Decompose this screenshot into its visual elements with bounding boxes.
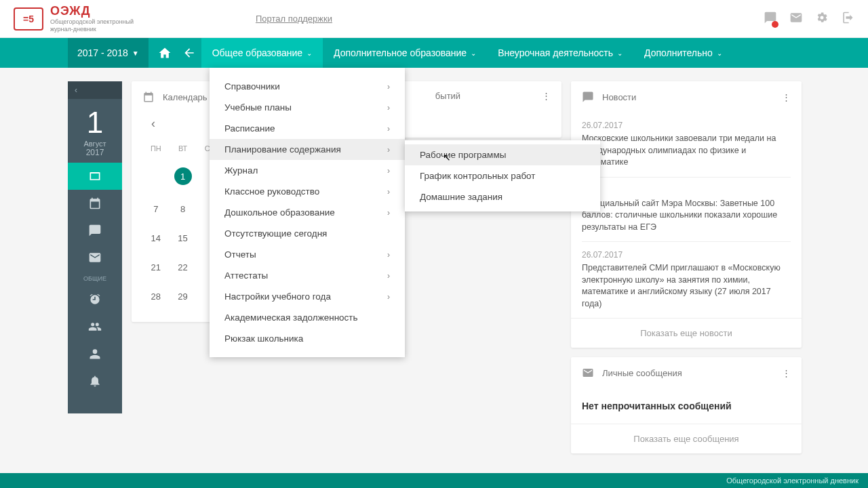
messages-card: Личные сообщения ⋮ Нет непрочитанных соо… [571,357,802,453]
chevron-right-icon: › [387,187,390,197]
menu-item[interactable]: Журнал› [210,160,405,181]
cal-day[interactable]: 29 [170,282,197,311]
footer: Общегородской электронный дневник [0,473,868,488]
messages-menu-icon[interactable]: ⋮ [782,368,791,378]
chevron-down-icon: ▼ [132,49,139,57]
sidebar-item-people[interactable] [68,340,122,367]
sidebar-item-journal[interactable] [68,163,122,190]
chevron-down-icon: ⌄ [617,49,623,57]
news-item[interactable]: 26.07.2017Московские школьники завоевали… [582,113,791,177]
menu-item[interactable]: Отсутствующие сегодня [210,223,405,244]
logo[interactable]: ОЭЖД Общегородской электронный журнал-дн… [14,4,134,33]
submenu-item[interactable]: График контрольных работ [405,165,600,186]
cal-day[interactable]: 28 [142,282,170,311]
menu-item[interactable]: Академическая задолженность [210,307,405,328]
calendar-title: Календарь [163,92,208,102]
main-nav: 2017 - 2018▼ Общее образование⌄ Дополнит… [0,38,868,68]
chevron-right-icon: › [387,208,390,218]
sidebar-section-label: ОБЩИЕ [83,275,106,282]
nav-additional[interactable]: Дополнительно⌄ [633,38,733,68]
sidebar-item-calendar[interactable] [68,190,122,217]
sidebar-item-chat[interactable] [68,217,122,244]
sidebar-item-group[interactable] [68,313,122,340]
sidebar-collapse[interactable]: ‹ [68,81,122,99]
menu-item[interactable]: Учебные планы› [210,97,405,118]
chevron-down-icon: ⌄ [471,49,476,57]
settings-icon[interactable] [815,11,829,26]
logo-icon [14,7,43,30]
cal-day[interactable]: 21 [142,253,170,282]
news-item[interactable]: 26.07.2017Представителей СМИ приглашают … [582,241,791,318]
brand-sub1: Общегородской электронный [50,18,134,26]
cal-day [142,158,170,195]
cal-day[interactable]: 15 [170,224,197,253]
menu-item[interactable]: Дошкольное образование› [210,202,405,223]
messages-empty: Нет непрочитанных сообщений [571,388,802,424]
sidebar-item-mail[interactable] [68,244,122,271]
menu-item[interactable]: Отчеты› [210,244,405,265]
chevron-right-icon: › [387,145,390,155]
chevron-down-icon: ⌄ [717,49,722,57]
chevron-right-icon: › [387,124,390,134]
menu-item[interactable]: Справочники› [210,76,405,97]
sidebar-date: 1 Август 2017 [83,99,106,163]
cal-day[interactable]: 22 [170,253,197,282]
news-icon [582,91,594,103]
chevron-right-icon: › [387,103,390,113]
menu-item[interactable]: Настройки учебного года› [210,286,405,307]
menu-item[interactable]: Аттестаты› [210,265,405,286]
chevron-down-icon: ⌄ [307,49,312,57]
cal-dow: ПН [142,139,170,158]
submenu-item[interactable]: Домашние задания [405,186,600,207]
messages-title: Личные сообщения [602,368,682,378]
submenu-item[interactable]: Рабочие программы [405,144,600,165]
notifications-icon[interactable] [764,11,777,26]
dropdown-menu-main: Справочники›Учебные планы›Расписание›Пла… [210,68,405,357]
support-link[interactable]: Портал поддержки [256,14,332,24]
dropdown-submenu: Рабочие программыГрафик контрольных рабо… [405,140,600,211]
logout-icon[interactable] [841,11,854,26]
cal-prev[interactable]: ‹ [145,117,161,131]
calendar-icon [142,91,155,103]
cal-dow: ВТ [170,139,197,158]
mail-icon [582,367,594,379]
brand-title: ОЭЖД [50,4,134,18]
chevron-right-icon: › [387,250,390,260]
nav-general-education[interactable]: Общее образование⌄ [201,38,323,68]
messages-show-more[interactable]: Показать еще сообщения [571,424,802,453]
cal-day[interactable]: 8 [170,195,197,224]
chevron-right-icon: › [387,166,390,176]
chevron-right-icon: › [387,271,390,281]
news-menu-icon[interactable]: ⋮ [782,92,791,102]
cal-day[interactable]: 7 [142,195,170,224]
chevron-right-icon: › [387,82,390,92]
back-icon[interactable] [177,38,201,68]
nav-additional-education[interactable]: Дополнительное образование⌄ [323,38,487,68]
brand-sub2: журнал-дневник [50,26,134,33]
cal-day[interactable]: 14 [142,224,170,253]
news-show-more[interactable]: Показать еще новости [571,318,802,348]
cal-day[interactable]: 1 [170,158,197,195]
menu-item[interactable]: Расписание› [210,118,405,139]
home-icon[interactable] [153,38,177,68]
menu-item[interactable]: Планирование содержания› [210,139,405,160]
year-selector[interactable]: 2017 - 2018▼ [68,38,149,68]
news-card: Новости ⋮ 26.07.2017Московские школьники… [571,81,802,348]
nav-extracurricular[interactable]: Внеурочная деятельность⌄ [487,38,633,68]
sidebar-item-bell[interactable] [68,367,122,394]
events-menu-icon[interactable]: ⋮ [542,91,551,101]
menu-item[interactable]: Рюкзак школьника [210,328,405,349]
mail-icon[interactable] [789,11,803,26]
sidebar: ‹ 1 Август 2017 ОБЩИЕ [68,81,122,413]
chevron-right-icon: › [387,292,390,302]
news-item[interactable]: 2017Официальный сайт Мэра Москвы: Заветн… [582,177,791,242]
sidebar-item-alarm[interactable] [68,286,122,313]
menu-item[interactable]: Классное руководство› [210,181,405,202]
news-title: Новости [602,92,636,102]
